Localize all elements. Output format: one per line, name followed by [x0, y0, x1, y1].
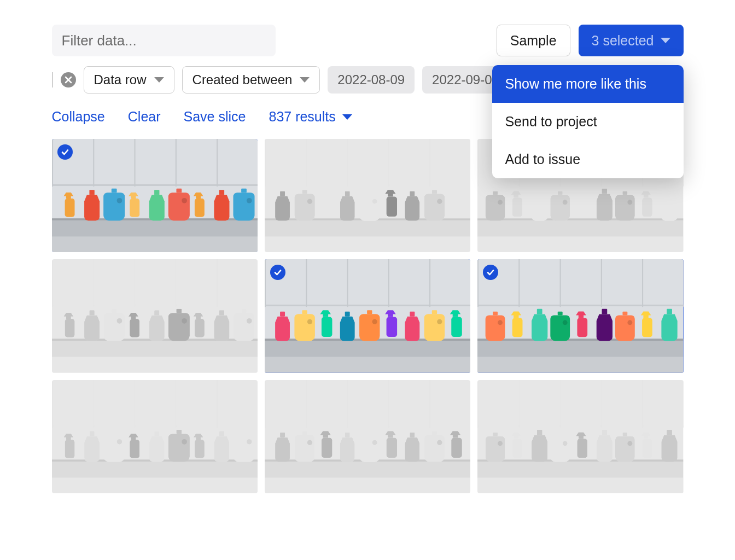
image-tile[interactable]	[477, 380, 683, 493]
svg-rect-52	[429, 259, 430, 307]
chevron-down-icon	[661, 38, 670, 43]
svg-rect-8	[217, 139, 218, 186]
image-tile[interactable]	[52, 259, 258, 372]
image-tile[interactable]	[265, 139, 470, 252]
date-end-value: 2022-09-09	[432, 72, 499, 88]
filter-input[interactable]	[52, 25, 276, 56]
svg-rect-57	[477, 339, 683, 341]
svg-rect-47	[265, 305, 470, 306]
svg-rect-26	[477, 139, 479, 186]
svg-rect-25	[477, 184, 683, 186]
svg-rect-80	[265, 425, 470, 427]
svg-rect-10	[52, 236, 258, 252]
svg-rect-84	[388, 380, 389, 428]
image-tile[interactable]	[52, 380, 258, 493]
chevron-down-icon	[154, 77, 164, 83]
dropdown-item-send-to-project[interactable]: Send to project	[492, 103, 684, 141]
created-between-filter[interactable]: Created between	[182, 66, 320, 94]
selected-dropdown-menu: Show me more like this Send to project A…	[492, 65, 684, 178]
svg-rect-6	[134, 139, 135, 186]
svg-rect-17	[347, 139, 348, 186]
selected-dropdown-button[interactable]: 3 selected	[579, 25, 684, 56]
svg-rect-18	[388, 139, 389, 186]
svg-rect-74	[217, 380, 218, 428]
svg-rect-4	[52, 139, 53, 186]
svg-rect-32	[477, 236, 683, 252]
svg-rect-19	[429, 139, 430, 186]
check-icon	[57, 144, 73, 160]
svg-rect-87	[265, 477, 470, 493]
filter-divider	[52, 72, 53, 88]
svg-rect-85	[429, 380, 430, 428]
dropdown-item-add-to-issue[interactable]: Add to issue	[492, 141, 684, 178]
svg-rect-7	[175, 139, 176, 186]
svg-rect-38	[93, 259, 94, 307]
svg-rect-63	[642, 259, 643, 307]
chevron-down-icon	[342, 114, 352, 120]
svg-rect-39	[134, 259, 135, 307]
svg-rect-58	[477, 305, 683, 306]
svg-rect-14	[265, 184, 470, 186]
date-start-chip[interactable]: 2022-08-09	[328, 66, 415, 94]
svg-rect-61	[560, 259, 561, 307]
svg-rect-49	[306, 259, 307, 307]
svg-rect-5	[93, 139, 94, 186]
sample-label: Sample	[510, 33, 557, 49]
results-count: 837 results	[269, 109, 335, 125]
clear-filter-icon[interactable]	[61, 72, 76, 88]
sample-button[interactable]: Sample	[497, 25, 570, 56]
svg-rect-48	[265, 259, 266, 307]
svg-rect-41	[217, 259, 218, 307]
svg-rect-50	[347, 259, 348, 307]
clear-action[interactable]: Clear	[128, 109, 161, 125]
image-tile[interactable]	[265, 259, 470, 372]
svg-rect-96	[642, 380, 643, 428]
collapse-action[interactable]: Collapse	[52, 109, 105, 125]
svg-rect-82	[306, 380, 307, 428]
svg-rect-92	[477, 380, 479, 428]
svg-rect-16	[306, 139, 307, 186]
image-tile[interactable]	[477, 259, 683, 372]
svg-rect-70	[52, 380, 53, 428]
date-start-value: 2022-08-09	[337, 72, 405, 88]
image-grid	[52, 139, 684, 493]
svg-rect-81	[265, 380, 266, 428]
svg-rect-95	[601, 380, 602, 428]
svg-rect-36	[52, 305, 258, 306]
svg-rect-91	[477, 425, 683, 427]
svg-rect-40	[175, 259, 176, 307]
svg-rect-3	[52, 184, 258, 186]
svg-rect-60	[518, 259, 520, 307]
svg-rect-21	[265, 236, 470, 252]
selected-count-label: 3 selected	[592, 33, 654, 49]
svg-rect-15	[265, 139, 266, 186]
svg-rect-72	[134, 380, 135, 428]
svg-rect-94	[560, 380, 561, 428]
svg-rect-59	[477, 259, 479, 307]
image-tile[interactable]	[52, 139, 258, 252]
svg-rect-83	[347, 380, 348, 428]
svg-rect-76	[52, 477, 258, 493]
results-dropdown[interactable]: 837 results	[269, 109, 352, 125]
svg-rect-71	[93, 380, 94, 428]
svg-rect-90	[477, 459, 683, 462]
image-tile[interactable]	[265, 380, 470, 493]
svg-rect-93	[518, 380, 520, 428]
data-row-filter[interactable]: Data row	[84, 66, 174, 94]
svg-rect-65	[477, 357, 683, 373]
save-slice-action[interactable]: Save slice	[184, 109, 246, 125]
svg-rect-69	[52, 425, 258, 427]
svg-rect-98	[477, 477, 683, 493]
svg-rect-37	[52, 259, 53, 307]
chevron-down-icon	[300, 77, 310, 83]
dropdown-item-show-more[interactable]: Show me more like this	[492, 65, 684, 103]
svg-rect-43	[52, 357, 258, 373]
svg-rect-24	[477, 218, 683, 220]
created-between-label: Created between	[192, 72, 293, 88]
svg-rect-51	[388, 259, 389, 307]
svg-rect-54	[265, 357, 470, 373]
data-row-label: Data row	[94, 72, 147, 88]
svg-rect-62	[601, 259, 602, 307]
svg-rect-73	[175, 380, 176, 428]
